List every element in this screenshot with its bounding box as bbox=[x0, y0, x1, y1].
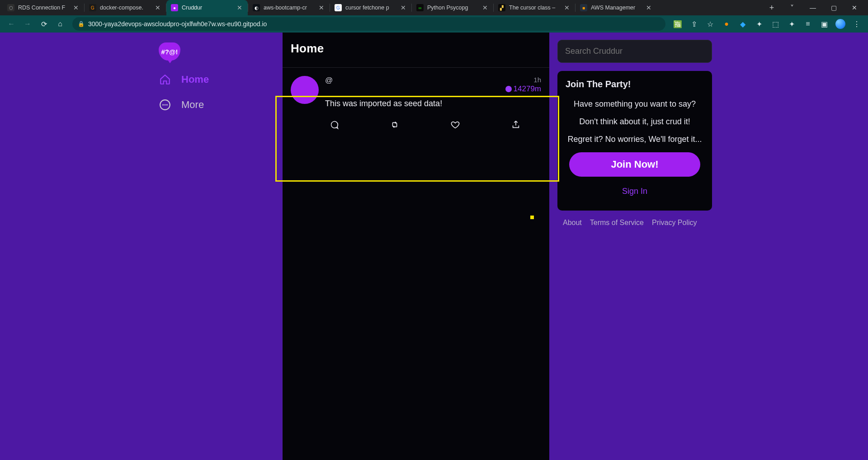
post-handle[interactable]: @ bbox=[325, 76, 333, 85]
tab-title: RDS Connection F bbox=[18, 5, 69, 11]
feed-post[interactable]: @ 1h 14279m This was imported as seed da… bbox=[283, 68, 549, 112]
join-now-button[interactable]: Join Now! bbox=[569, 152, 700, 177]
browser-tab[interactable]: ●Cruddur✕ bbox=[166, 0, 248, 15]
share-icon[interactable]: ⇪ bbox=[689, 19, 699, 29]
tab-close-icon[interactable]: ✕ bbox=[318, 4, 325, 11]
svg-point-1 bbox=[162, 104, 164, 105]
tab-favicon: ◐ bbox=[253, 4, 260, 11]
tab-close-icon[interactable]: ✕ bbox=[236, 4, 243, 11]
window-controls: ˅ — ▢ ✕ bbox=[778, 4, 868, 12]
tab-close-icon[interactable]: ✕ bbox=[400, 4, 407, 11]
like-button[interactable] bbox=[449, 118, 462, 131]
party-line-2: Don't think about it, just crud it! bbox=[566, 117, 704, 127]
party-line-1: Have something you want to say? bbox=[566, 99, 704, 109]
tab-favicon: ● bbox=[171, 4, 178, 11]
tab-close-icon[interactable]: ✕ bbox=[72, 4, 80, 11]
tab-close-icon[interactable]: ✕ bbox=[481, 4, 489, 11]
tab-title: cursor fetchone p bbox=[345, 5, 396, 11]
tab-close-icon[interactable]: ✕ bbox=[563, 4, 571, 11]
profile-avatar[interactable] bbox=[835, 19, 845, 29]
tab-title: Python Psycopg bbox=[427, 5, 478, 11]
post-content: This was imported as seed data! bbox=[325, 99, 541, 108]
reading-list-icon[interactable]: ≡ bbox=[803, 19, 813, 29]
post-actions bbox=[283, 112, 549, 139]
browser-menu-icon[interactable]: ⋮ bbox=[852, 19, 862, 29]
tab-favicon: ■ bbox=[580, 4, 587, 11]
browser-titlebar: ⬡RDS Connection F✕Gdocker-compose.✕●Crud… bbox=[0, 0, 868, 15]
devtools-icon[interactable]: ⬚ bbox=[770, 19, 780, 29]
nav-more-label: More bbox=[181, 99, 204, 111]
tab-favicon: G bbox=[335, 4, 342, 11]
search-input[interactable] bbox=[557, 40, 712, 63]
lock-icon: 🔒 bbox=[78, 21, 85, 27]
tab-title: The cursor class – bbox=[509, 5, 560, 11]
center-column: Home @ 1h 14279m bbox=[283, 33, 549, 460]
svg-point-2 bbox=[164, 104, 165, 105]
sign-in-link[interactable]: Sign In bbox=[566, 187, 704, 196]
bomb-icon bbox=[505, 86, 512, 92]
star-icon[interactable]: ☆ bbox=[705, 19, 715, 29]
nav-reload[interactable]: ⟳ bbox=[37, 17, 51, 31]
ext-sparkle-icon[interactable]: ✦ bbox=[754, 19, 764, 29]
tab-title: aws-bootcamp-cr bbox=[264, 5, 314, 11]
nav-more[interactable]: More bbox=[159, 99, 277, 111]
post-avatar[interactable] bbox=[291, 76, 319, 104]
post-expires-value: 14279m bbox=[514, 84, 541, 94]
tab-close-icon[interactable]: ✕ bbox=[645, 4, 652, 11]
feed-title: Home bbox=[283, 33, 549, 67]
browser-tab[interactable]: ◐aws-bootcamp-cr✕ bbox=[248, 0, 330, 15]
footer-terms[interactable]: Terms of Service bbox=[590, 219, 644, 227]
tab-favicon: ∞ bbox=[416, 4, 424, 11]
window-minimize[interactable]: — bbox=[807, 4, 819, 11]
nav-home[interactable]: ⌂ bbox=[53, 17, 67, 31]
nav-home-label: Home bbox=[181, 74, 209, 85]
tab-close-icon[interactable]: ✕ bbox=[154, 4, 161, 11]
tab-strip: ⬡RDS Connection F✕Gdocker-compose.✕●Crud… bbox=[0, 0, 762, 15]
browser-tab[interactable]: ■AWS Managemer✕ bbox=[576, 0, 657, 15]
share-button[interactable] bbox=[509, 118, 522, 131]
footer-about[interactable]: About bbox=[563, 219, 582, 227]
address-bar: ← → ⟳ ⌂ 🔒 3000-yaya2devops-awscloudpro-o… bbox=[0, 15, 868, 33]
sidepanel-icon[interactable]: ▣ bbox=[819, 19, 829, 29]
app-page: #?@! Home More Home bbox=[0, 33, 868, 460]
cruddur-logo[interactable]: #?@! bbox=[159, 42, 180, 61]
ext-dot-icon[interactable]: ● bbox=[722, 19, 731, 29]
footer-privacy[interactable]: Privacy Policy bbox=[652, 219, 697, 227]
highlight-dot bbox=[530, 216, 534, 219]
tab-favicon: ▞ bbox=[498, 4, 505, 11]
new-tab-button[interactable]: + bbox=[765, 1, 778, 14]
window-close[interactable]: ✕ bbox=[848, 4, 861, 11]
left-column: #?@! Home More bbox=[156, 33, 283, 460]
browser-tab[interactable]: Gdocker-compose.✕ bbox=[85, 0, 166, 15]
browser-tab[interactable]: ⬡RDS Connection F✕ bbox=[3, 0, 84, 15]
url-text: 3000-yaya2devops-awscloudpro-ojxlfwh0e7w… bbox=[88, 20, 267, 28]
browser-tab[interactable]: ▞The cursor class –✕ bbox=[494, 0, 575, 15]
nav-forward[interactable]: → bbox=[21, 17, 34, 31]
browser-tab[interactable]: ∞Python Psycopg✕ bbox=[412, 0, 493, 15]
browser-tab[interactable]: Gcursor fetchone p✕ bbox=[330, 0, 411, 15]
home-icon bbox=[159, 73, 171, 86]
repost-button[interactable] bbox=[388, 118, 401, 131]
post-time: 1h bbox=[505, 76, 541, 84]
url-box[interactable]: 🔒 3000-yaya2devops-awscloudpro-ojxlfwh0e… bbox=[72, 17, 665, 31]
more-icon bbox=[159, 99, 171, 111]
reply-button[interactable] bbox=[328, 118, 340, 131]
nav-home[interactable]: Home bbox=[159, 73, 277, 86]
window-maximize[interactable]: ▢ bbox=[827, 4, 840, 11]
toolbar-right: 🈯 ⇪ ☆ ● ◆ ✦ ⬚ ✦ ≡ ▣ ⋮ bbox=[671, 19, 863, 29]
tab-overflow-button[interactable]: ˅ bbox=[786, 4, 798, 12]
extensions-icon[interactable]: ✦ bbox=[787, 19, 797, 29]
nav-list: Home More bbox=[156, 73, 277, 111]
post-expires: 14279m bbox=[505, 84, 541, 94]
app-grid: #?@! Home More Home bbox=[156, 33, 712, 460]
tab-favicon: ⬡ bbox=[7, 4, 14, 11]
party-line-3: Regret it? No worries, We'll forget it..… bbox=[566, 135, 704, 144]
party-title: Join The Party! bbox=[566, 79, 704, 89]
footer-links: About Terms of Service Privacy Policy bbox=[557, 219, 712, 227]
ext-diamond-icon[interactable]: ◆ bbox=[738, 19, 748, 29]
translate-icon[interactable]: 🈯 bbox=[673, 19, 683, 29]
tab-title: Cruddur bbox=[182, 5, 232, 11]
tab-title: docker-compose. bbox=[100, 5, 151, 11]
right-column: Join The Party! Have something you want … bbox=[549, 33, 712, 460]
nav-back[interactable]: ← bbox=[5, 17, 18, 31]
